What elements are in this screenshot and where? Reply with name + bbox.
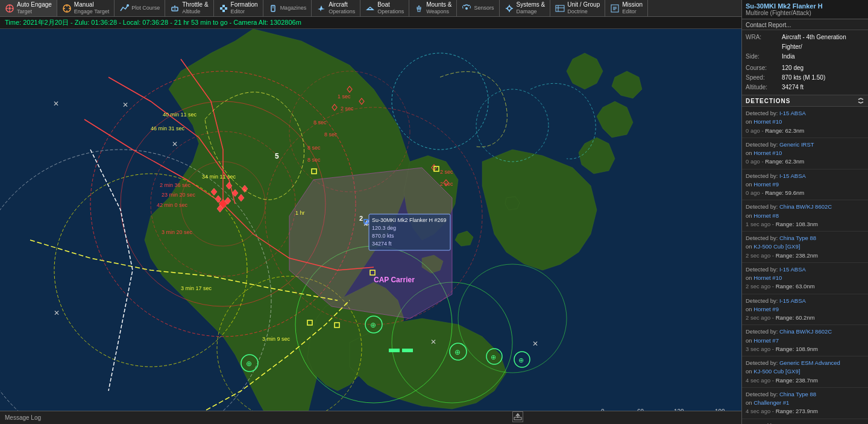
svg-rect-18 bbox=[222, 10, 225, 12]
auto-engage-label: Auto Engage bbox=[17, 1, 52, 8]
speed-value: 870 kts (M 1.50) bbox=[782, 73, 825, 83]
speed-key: Speed: bbox=[746, 73, 782, 83]
svg-text:34 min 11 sec: 34 min 11 sec bbox=[202, 174, 236, 180]
detection-on-label: on bbox=[746, 399, 753, 406]
svg-text:120.3 deg: 120.3 deg bbox=[372, 225, 396, 231]
magazines-label: Magazines bbox=[280, 5, 307, 11]
detection-range: Range: 60.2nm bbox=[776, 314, 815, 321]
detection-range: Range: 238.7nm bbox=[776, 377, 818, 384]
bottombar: Message Log bbox=[0, 411, 741, 424]
svg-text:46 min 31 sec: 46 min 31 sec bbox=[151, 125, 185, 131]
plot-course-button[interactable]: Plot Course bbox=[115, 0, 165, 16]
detection-sensor[interactable]: Generic IRST bbox=[779, 141, 814, 148]
formation-button[interactable]: FormationEditor bbox=[214, 0, 263, 16]
svg-text:3 min 9 sec: 3 min 9 sec bbox=[262, 336, 291, 342]
systems-label2: Damage bbox=[517, 8, 546, 15]
altitude-key: Altitude: bbox=[746, 83, 782, 92]
detection-time: 2 sec ago - bbox=[746, 283, 776, 290]
detection-by-label: Detected by: bbox=[746, 235, 779, 241]
detection-platform[interactable]: Hornet #7 bbox=[753, 337, 779, 344]
svg-text:⊕: ⊕ bbox=[454, 348, 461, 356]
detection-platform[interactable]: Hornet #10 bbox=[753, 118, 782, 125]
detection-time: 3 sec ago - bbox=[746, 346, 776, 352]
detection-by-label: Detected by: bbox=[746, 422, 779, 425]
unit-group-button[interactable]: Unit / GroupDoctrine bbox=[550, 0, 605, 16]
detection-sensor[interactable]: China Type 88 bbox=[779, 235, 816, 241]
manual-engage-label: Manual bbox=[74, 1, 109, 8]
svg-text:2 sec: 2 sec bbox=[440, 181, 453, 187]
svg-text:42 min 0 sec: 42 min 0 sec bbox=[157, 202, 188, 208]
detection-by-label: Detected by: bbox=[746, 266, 779, 273]
svg-point-26 bbox=[465, 7, 468, 10]
svg-text:40 min 11 sec: 40 min 11 sec bbox=[163, 112, 197, 118]
svg-text:✕: ✕ bbox=[532, 340, 538, 348]
aircraft-ops-label2: Operations bbox=[329, 8, 355, 15]
detection-range: Range: 238.2nm bbox=[776, 252, 818, 259]
detection-platform[interactable]: Challenger #1 bbox=[753, 399, 789, 406]
contact-report-button[interactable]: Contact Report... bbox=[742, 19, 868, 30]
magazines-button[interactable]: Magazines bbox=[263, 0, 312, 16]
detection-sensor[interactable]: China BW/KJ 8602C bbox=[779, 203, 832, 210]
rp-header: Su-30MKI Mk2 Flanker H Multirole (Fighte… bbox=[742, 0, 868, 19]
unit-group-label: Unit / Group bbox=[567, 1, 600, 8]
svg-text:Su-30MKI Mk2 Flanker H #269: Su-30MKI Mk2 Flanker H #269 bbox=[372, 217, 447, 223]
mounts-button[interactable]: Mounts &Weapons bbox=[409, 0, 457, 16]
detection-item: Detected by: I-15 ABSA on Hornet #9 0 ag… bbox=[742, 169, 868, 201]
detection-by-label: Detected by: bbox=[746, 172, 779, 179]
upload-button[interactable] bbox=[512, 411, 523, 422]
detection-sensor[interactable]: China Type 88 bbox=[779, 391, 816, 397]
svg-text:1 sec: 1 sec bbox=[338, 93, 351, 100]
svg-text:870.0 kts: 870.0 kts bbox=[372, 233, 394, 239]
detection-sensor[interactable]: I-15 ABSA bbox=[779, 422, 806, 425]
sensors-button[interactable]: Sensors bbox=[457, 0, 499, 16]
svg-text:✕: ✕ bbox=[53, 100, 59, 108]
svg-text:2 sec: 2 sec bbox=[440, 169, 453, 175]
course-key: Course: bbox=[746, 63, 782, 73]
detection-range: Range: 62.3nm bbox=[765, 158, 804, 165]
plot-course-label: Plot Course bbox=[131, 5, 160, 11]
detection-platform[interactable]: Hornet #10 bbox=[753, 274, 782, 281]
side-key: Side: bbox=[746, 52, 782, 62]
systems-button[interactable]: Systems &Damage bbox=[500, 0, 551, 16]
detection-platform[interactable]: Hornet #10 bbox=[753, 150, 782, 156]
detection-on-label: on bbox=[746, 212, 753, 219]
svg-text:✕: ✕ bbox=[430, 338, 436, 346]
manual-engage-label2: Engage Target bbox=[74, 8, 109, 15]
detection-sensor[interactable]: I-15 ABSA bbox=[779, 110, 806, 116]
detection-sensor[interactable]: I-15 ABSA bbox=[779, 297, 806, 304]
detection-item: Detected by: I-15 ABSA on Hornet #10 4 s… bbox=[742, 419, 868, 425]
detection-sensor[interactable]: I-15 ABSA bbox=[779, 172, 806, 179]
detection-platform[interactable]: Hornet #9 bbox=[753, 181, 779, 188]
detection-sensor[interactable]: Generic ESM Advanced bbox=[779, 359, 840, 366]
svg-rect-115 bbox=[402, 349, 413, 352]
unit-title: Su-30MKI Mk2 Flanker H bbox=[746, 2, 864, 10]
svg-rect-114 bbox=[389, 349, 400, 352]
detection-platform[interactable]: KJ-500 Cub [GX9] bbox=[753, 368, 800, 375]
boat-ops-button[interactable]: BoatOperations bbox=[360, 0, 409, 16]
map-area[interactable]: 40 min 11 sec 46 min 31 sec 34 min 11 se… bbox=[0, 29, 741, 424]
svg-rect-28 bbox=[556, 5, 564, 11]
svg-point-5 bbox=[8, 7, 11, 10]
manual-engage-button[interactable]: ManualEngage Target bbox=[57, 0, 115, 16]
status-text: Time: 2021年2月20日 - Zulu: 01:36:28 - Loca… bbox=[5, 18, 301, 27]
throttle-button[interactable]: Throttle &Altitude bbox=[165, 0, 213, 16]
auto-engage-button[interactable]: Auto EngageTarget bbox=[0, 0, 57, 16]
svg-text:✕: ✕ bbox=[122, 101, 128, 109]
detection-time: 2 sec ago - bbox=[746, 252, 776, 259]
detection-time: 0 ago - bbox=[746, 158, 765, 165]
detection-sensor[interactable]: China BW/KJ 8602C bbox=[779, 328, 832, 335]
unit-info: WRA: Aircraft - 4th Generation Fighter/ … bbox=[742, 30, 868, 95]
formation-label2: Editor bbox=[231, 8, 258, 15]
svg-text:5: 5 bbox=[275, 152, 279, 160]
detections-header[interactable]: DETECTIONS bbox=[742, 95, 868, 107]
detection-platform[interactable]: KJ-500 Cub [GX9] bbox=[753, 243, 800, 250]
aircraft-ops-button[interactable]: AircraftOperations bbox=[312, 0, 360, 16]
detection-sensor[interactable]: I-15 ABSA bbox=[779, 266, 806, 273]
detection-on-label: on bbox=[746, 181, 753, 188]
svg-text:CAP Carrier: CAP Carrier bbox=[374, 276, 415, 284]
detection-time: 0 ago - bbox=[746, 189, 765, 196]
mission-ed-button[interactable]: MissionEditor bbox=[605, 0, 648, 16]
detection-platform[interactable]: Hornet #8 bbox=[753, 212, 779, 219]
detection-range: Range: 273.9nm bbox=[776, 408, 818, 414]
detection-platform[interactable]: Hornet #9 bbox=[753, 306, 779, 312]
